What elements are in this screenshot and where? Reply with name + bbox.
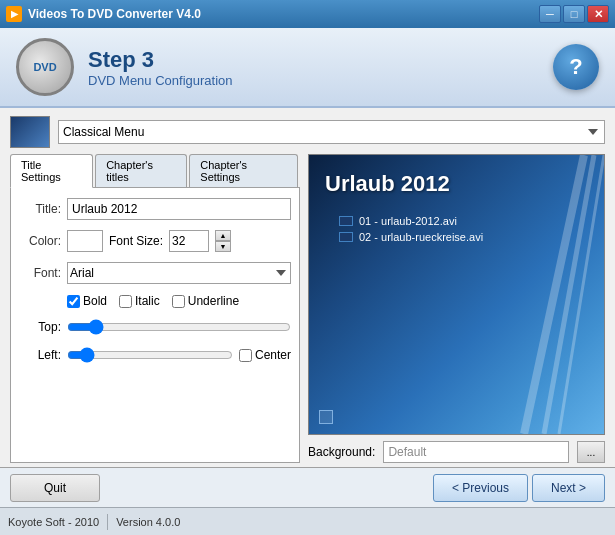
preview-item-2: 02 - urlaub-rueckreise.avi [339,231,483,243]
top-slider[interactable] [67,318,291,336]
italic-checkbox-label[interactable]: Italic [119,294,160,308]
main-content: Classical Menu Modern Menu Simple Menu T… [0,108,615,467]
header-text: Step 3 DVD Menu Configuration [88,47,553,88]
preview-item-icon-2 [339,232,353,242]
font-size-arrows: ▲ ▼ [215,230,231,252]
window-controls: ─ □ ✕ [539,5,609,23]
previous-button[interactable]: < Previous [433,474,528,502]
color-fontsize-row: Color: Font Size: ▲ ▼ [19,230,291,252]
left-slider[interactable] [67,346,233,364]
center-checkbox-label[interactable]: Center [239,348,291,362]
tab-chapter-settings[interactable]: Chapter's Settings [189,154,298,187]
font-size-input[interactable] [169,230,209,252]
font-select[interactable]: Arial Times New Roman Verdana Tahoma [67,262,291,284]
title-row: Title: [19,198,291,220]
background-label: Background: [308,445,375,459]
bottom-bar: Quit < Previous Next > [0,467,615,507]
font-label: Font: [19,266,61,280]
background-row: Background: ... [308,441,605,463]
two-panel: Title Settings Chapter's titles Chapter'… [10,154,605,463]
dvd-logo: DVD [16,38,74,96]
tab-chapter-titles[interactable]: Chapter's titles [95,154,187,187]
color-label: Color: [19,234,61,248]
menu-select[interactable]: Classical Menu Modern Menu Simple Menu [58,120,605,144]
title-bar: ▶ Videos To DVD Converter V4.0 ─ □ ✕ [0,0,615,28]
background-browse-button[interactable]: ... [577,441,605,463]
status-version: Version 4.0.0 [116,516,180,528]
step-title: Step 3 [88,47,553,73]
tab-content: Title: Color: Font Size: ▲ ▼ Font: [10,188,300,463]
title-input[interactable] [67,198,291,220]
top-slider-row: Top: [19,318,291,336]
text-style-row: Bold Italic Underline [67,294,291,308]
nav-buttons: < Previous Next > [433,474,605,502]
help-button[interactable]: ? [553,44,599,90]
preview-decoration [504,155,604,434]
color-picker[interactable] [67,230,103,252]
step-subtitle: DVD Menu Configuration [88,73,553,88]
tabs: Title Settings Chapter's titles Chapter'… [10,154,300,188]
preview-items: 01 - urlaub-2012.avi 02 - urlaub-rueckre… [339,215,483,247]
quit-button[interactable]: Quit [10,474,100,502]
background-input[interactable] [383,441,569,463]
menu-thumbnail [10,116,50,148]
title-label: Title: [19,202,61,216]
app-icon: ▶ [6,6,22,22]
status-company: Koyote Soft - 2010 [8,516,99,528]
close-button[interactable]: ✕ [587,5,609,23]
bold-checkbox[interactable] [67,295,80,308]
preview-title: Urlaub 2012 [325,171,450,197]
menu-selector-row: Classical Menu Modern Menu Simple Menu [10,116,605,148]
header: DVD Step 3 DVD Menu Configuration ? [0,28,615,108]
underline-checkbox-label[interactable]: Underline [172,294,239,308]
left-panel: Title Settings Chapter's titles Chapter'… [10,154,300,463]
status-bar: Koyote Soft - 2010 Version 4.0.0 [0,507,615,535]
left-label: Left: [19,348,61,362]
svg-line-2 [559,155,604,434]
preview-item-1: 01 - urlaub-2012.avi [339,215,483,227]
font-size-down[interactable]: ▼ [215,241,231,252]
title-bar-title: Videos To DVD Converter V4.0 [28,7,539,21]
next-button[interactable]: Next > [532,474,605,502]
italic-checkbox[interactable] [119,295,132,308]
left-slider-row: Left: Center [19,346,291,364]
top-label: Top: [19,320,61,334]
preview-checkbox [319,410,333,424]
preview-box: Urlaub 2012 01 - urlaub-2012.avi 02 - ur… [308,154,605,435]
status-divider [107,514,108,530]
underline-checkbox[interactable] [172,295,185,308]
font-row: Font: Arial Times New Roman Verdana Taho… [19,262,291,284]
right-panel: Urlaub 2012 01 - urlaub-2012.avi 02 - ur… [308,154,605,463]
minimize-button[interactable]: ─ [539,5,561,23]
tab-title-settings[interactable]: Title Settings [10,154,93,188]
preview-item-icon-1 [339,216,353,226]
font-size-label: Font Size: [109,234,163,248]
bold-checkbox-label[interactable]: Bold [67,294,107,308]
center-checkbox[interactable] [239,349,252,362]
font-size-up[interactable]: ▲ [215,230,231,241]
maximize-button[interactable]: □ [563,5,585,23]
